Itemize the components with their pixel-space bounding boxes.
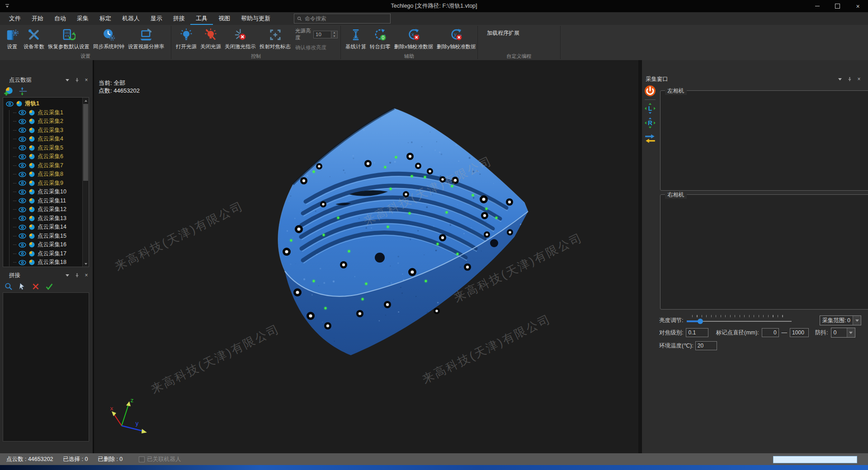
eye-icon[interactable] <box>19 189 26 195</box>
cursor-icon[interactable] <box>17 282 27 291</box>
dropdown-arrow-icon[interactable] <box>847 328 855 337</box>
close-icon[interactable]: × <box>84 77 89 83</box>
tree-item[interactable]: 点云采集14 <box>3 223 83 232</box>
tree-scrollbar[interactable] <box>82 98 89 267</box>
robot-linked-checkbox[interactable]: 已关联机器人 <box>139 456 181 463</box>
tree-item[interactable]: 点云采集10 <box>3 188 83 197</box>
right-camera-view-button[interactable]: R <box>644 117 656 129</box>
chevron-down-icon[interactable] <box>837 76 843 82</box>
menu-item-视图[interactable]: 视图 <box>213 12 236 25</box>
dropdown-arrow-icon[interactable] <box>853 316 861 325</box>
light-on-button[interactable]: 打开光源 <box>174 26 198 51</box>
scroll-thumb[interactable] <box>83 104 88 181</box>
dock-splitter[interactable] <box>638 60 642 453</box>
menu-item-自动[interactable]: 自动 <box>49 12 71 25</box>
eye-icon[interactable] <box>19 242 26 248</box>
eye-icon[interactable] <box>19 145 26 151</box>
focus-level-input[interactable]: 0.1 <box>686 328 708 337</box>
chevron-down-icon[interactable] <box>65 273 70 278</box>
load-extension-button[interactable]: 加载程序扩展 <box>481 26 526 37</box>
eye-icon[interactable] <box>19 154 26 160</box>
brightness-spinner[interactable]: 10 ▲▼ <box>313 31 338 38</box>
maximize-button[interactable] <box>827 0 848 12</box>
pin-icon[interactable] <box>847 76 852 82</box>
marker-diameter-max-input[interactable]: 1000 <box>790 328 809 337</box>
left-camera-view-button[interactable]: L <box>644 103 656 114</box>
eye-icon[interactable] <box>19 118 26 125</box>
add-pointcloud-icon[interactable] <box>4 86 14 96</box>
tree-item[interactable]: 点云采集3 <box>3 126 83 135</box>
swap-cameras-button[interactable] <box>644 132 656 143</box>
spin-down-icon[interactable]: ▼ <box>331 34 337 38</box>
scroll-up-icon[interactable] <box>83 98 89 103</box>
viewport-3d[interactable]: 来高科技(天津)有限公司来高科技(天津)有限公司来高科技(天津)有限公司来高科技… <box>94 60 638 453</box>
tree-item[interactable]: 点云采集4 <box>3 135 83 144</box>
tree-item[interactable]: 点云采集9 <box>3 179 83 188</box>
menu-item-开始[interactable]: 开始 <box>26 12 49 25</box>
device-constants-button[interactable]: 设备常数 <box>22 26 46 51</box>
minimize-button[interactable] <box>807 0 827 12</box>
light-off-button[interactable]: 关闭光源 <box>198 26 223 51</box>
menu-item-工具[interactable]: 工具 <box>190 12 213 25</box>
command-search-box[interactable]: 命令搜索 <box>294 14 391 24</box>
tree-item[interactable]: 点云采集15 <box>3 232 83 241</box>
turntable-zero-button[interactable]: 0 转台归零 <box>368 26 392 51</box>
pin-icon[interactable] <box>74 273 80 278</box>
settings-button[interactable]: 设置 <box>3 26 22 51</box>
menu-item-帮助与更新[interactable]: 帮助与更新 <box>236 12 276 25</box>
eye-icon[interactable] <box>19 250 26 257</box>
sync-clock-button[interactable]: 同步系统时钟 <box>91 26 126 51</box>
power-button[interactable] <box>644 85 656 97</box>
brightness-slider[interactable] <box>687 315 792 326</box>
focus-mark-button[interactable]: 投射对焦标志 <box>258 26 292 51</box>
tree-item[interactable]: 点云采集18 <box>3 258 83 267</box>
eye-icon[interactable] <box>6 101 14 107</box>
slider-thumb[interactable] <box>698 319 703 324</box>
eye-icon[interactable] <box>19 127 26 133</box>
menu-item-标定[interactable]: 标定 <box>94 12 117 25</box>
eye-icon[interactable] <box>19 180 26 186</box>
laser-off-button[interactable]: 关闭激光指示 <box>223 26 258 51</box>
close-icon[interactable]: × <box>84 273 89 278</box>
delete-y-calib-button[interactable]: y 删除y轴校准数据 <box>435 26 477 51</box>
menu-item-采集[interactable]: 采集 <box>71 12 94 25</box>
menu-item-显示[interactable]: 显示 <box>145 12 168 25</box>
video-resolution-button[interactable]: 设置视频分辨率 <box>126 26 166 51</box>
confirm-check-icon[interactable] <box>44 282 54 291</box>
tree-root-item[interactable]: 滑轨1 <box>3 99 83 108</box>
tree-item[interactable]: 点云采集7 <box>3 161 83 170</box>
tree-item[interactable]: 点云采集17 <box>3 249 83 258</box>
zoom-select-icon[interactable] <box>4 282 14 291</box>
eye-icon[interactable] <box>19 162 26 169</box>
spacing-arrows-icon[interactable] <box>18 86 28 96</box>
close-icon[interactable]: × <box>856 76 862 82</box>
menu-item-文件[interactable]: 文件 <box>4 12 26 25</box>
delete-x-calib-button[interactable]: x 删除x轴校准数据 <box>392 26 435 51</box>
tree-item[interactable]: 点云采集6 <box>3 152 83 161</box>
chevron-down-icon[interactable] <box>65 77 70 83</box>
eye-icon[interactable] <box>19 136 26 142</box>
eye-icon[interactable] <box>19 224 26 230</box>
eye-icon[interactable] <box>19 259 26 266</box>
spin-up-icon[interactable]: ▲ <box>331 31 337 35</box>
tree-item[interactable]: 点云采集16 <box>3 240 83 249</box>
eye-icon[interactable] <box>19 215 26 221</box>
eye-icon[interactable] <box>19 233 26 239</box>
antishake-combo[interactable]: 0 <box>831 328 855 338</box>
restore-defaults-button[interactable]: 101 恢复参数默认设置 <box>46 26 91 51</box>
close-button[interactable]: × <box>848 0 868 12</box>
tree-item[interactable]: 点云采集13 <box>3 214 83 223</box>
scroll-down-icon[interactable] <box>83 261 89 267</box>
baseline-calc-button[interactable]: 基线计算 <box>344 26 368 51</box>
tree-item[interactable]: 点云采集2 <box>3 117 83 126</box>
eye-icon[interactable] <box>19 197 26 204</box>
marker-diameter-min-input[interactable]: 0 <box>762 328 779 337</box>
confirm-brightness-button[interactable]: 确认修改亮度 <box>295 44 326 51</box>
eye-icon[interactable] <box>19 109 26 116</box>
env-temperature-input[interactable]: 20 <box>695 341 717 350</box>
delete-x-icon[interactable] <box>31 282 41 291</box>
tree-item[interactable]: 点云采集8 <box>3 170 83 179</box>
pin-icon[interactable] <box>74 77 80 83</box>
eye-icon[interactable] <box>19 207 26 213</box>
tree-item[interactable]: 点云采集5 <box>3 144 83 153</box>
